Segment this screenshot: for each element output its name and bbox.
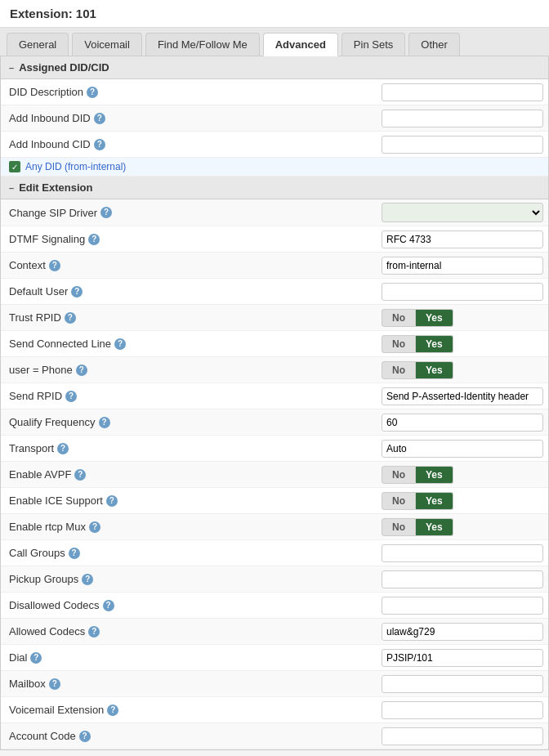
value-send-connected-line: No Yes bbox=[377, 332, 548, 356]
label-user-phone: user = Phone ? bbox=[1, 360, 377, 380]
help-dial-icon[interactable]: ? bbox=[30, 652, 42, 664]
input-mailbox[interactable] bbox=[382, 675, 543, 693]
toggle-user-phone-yes[interactable]: Yes bbox=[416, 361, 453, 379]
label-dtmf-signaling: DTMF Signaling ? bbox=[1, 229, 377, 249]
label-add-inbound-did: Add Inbound DID ? bbox=[1, 108, 377, 128]
help-qualify-frequency-icon[interactable]: ? bbox=[99, 417, 110, 428]
tab-advanced[interactable]: Advanced bbox=[263, 33, 338, 56]
toggle-enable-avpf: No Yes bbox=[382, 466, 543, 484]
section-edit-extension-label: Edit Extension bbox=[19, 181, 92, 194]
help-trust-rpid-icon[interactable]: ? bbox=[65, 312, 76, 324]
row-context: Context ? bbox=[1, 253, 548, 279]
input-dtmf-signaling[interactable] bbox=[382, 230, 543, 248]
value-dial bbox=[377, 646, 548, 670]
section-toggle-edit-extension[interactable]: – bbox=[9, 183, 14, 193]
help-mailbox-icon[interactable]: ? bbox=[49, 678, 60, 690]
value-trust-rpid: No Yes bbox=[377, 306, 548, 330]
input-add-inbound-did[interactable] bbox=[382, 110, 543, 127]
label-disallowed-codecs: Disallowed Codecs ? bbox=[1, 595, 377, 615]
toggle-enable-avpf-yes[interactable]: Yes bbox=[416, 466, 453, 484]
help-default-user-icon[interactable]: ? bbox=[71, 286, 83, 297]
input-qualify-frequency[interactable] bbox=[382, 414, 543, 432]
toggle-enable-rtcp-mux-yes[interactable]: Yes bbox=[416, 518, 453, 536]
section-assigned-did-cid-label: Assigned DID/CID bbox=[19, 61, 109, 74]
tab-pin-sets[interactable]: Pin Sets bbox=[341, 33, 405, 56]
help-did-description-icon[interactable]: ? bbox=[87, 87, 98, 98]
row-dial: Dial ? bbox=[1, 645, 548, 671]
help-add-inbound-did-icon[interactable]: ? bbox=[94, 113, 105, 124]
help-send-rpid-icon[interactable]: ? bbox=[65, 391, 77, 402]
toggle-send-connected-line: No Yes bbox=[382, 335, 543, 353]
section-toggle-did-cid[interactable]: – bbox=[9, 63, 14, 73]
value-enable-rtcp-mux: No Yes bbox=[377, 515, 548, 539]
help-user-phone-icon[interactable]: ? bbox=[76, 365, 87, 376]
input-transport[interactable] bbox=[382, 440, 543, 458]
label-send-connected-line: Send Connected Line ? bbox=[1, 333, 377, 354]
help-enable-avpf-icon[interactable]: ? bbox=[74, 469, 86, 481]
input-default-user[interactable] bbox=[382, 283, 543, 301]
toggle-user-phone-no[interactable]: No bbox=[382, 361, 416, 379]
input-voicemail-extension[interactable] bbox=[382, 701, 543, 719]
input-allowed-codecs[interactable] bbox=[382, 623, 543, 641]
toggle-send-connected-line-no[interactable]: No bbox=[382, 335, 416, 353]
value-default-user bbox=[377, 280, 548, 304]
input-disallowed-codecs[interactable] bbox=[382, 597, 543, 615]
tab-find-me-follow-me[interactable]: Find Me/Follow Me bbox=[145, 33, 260, 56]
label-add-inbound-cid: Add Inbound CID ? bbox=[1, 134, 377, 154]
value-add-inbound-did bbox=[377, 106, 548, 131]
toggle-send-connected-line-yes[interactable]: Yes bbox=[416, 335, 453, 353]
help-disallowed-codecs-icon[interactable]: ? bbox=[103, 600, 114, 611]
help-transport-icon[interactable]: ? bbox=[57, 443, 69, 454]
input-pickup-groups[interactable] bbox=[382, 570, 543, 588]
help-pickup-groups-icon[interactable]: ? bbox=[82, 574, 93, 585]
tab-general[interactable]: General bbox=[7, 33, 69, 56]
input-context[interactable] bbox=[382, 257, 543, 275]
help-send-connected-line-icon[interactable]: ? bbox=[114, 338, 126, 350]
help-enable-rtcp-mux-icon[interactable]: ? bbox=[89, 521, 100, 533]
label-call-groups: Call Groups ? bbox=[1, 543, 377, 563]
value-enable-ice-support: No Yes bbox=[377, 489, 548, 513]
label-voicemail-extension: Voicemail Extension ? bbox=[1, 700, 377, 720]
help-add-inbound-cid-icon[interactable]: ? bbox=[94, 139, 105, 150]
any-did-checkbox-icon[interactable]: ✓ bbox=[9, 161, 20, 172]
help-change-sip-driver-icon[interactable]: ? bbox=[100, 207, 112, 218]
input-call-groups[interactable] bbox=[382, 544, 543, 562]
input-account-code[interactable] bbox=[382, 727, 543, 745]
help-dtmf-signaling-icon[interactable]: ? bbox=[88, 234, 100, 245]
label-mailbox: Mailbox ? bbox=[1, 673, 377, 694]
value-pickup-groups bbox=[377, 567, 548, 592]
toggle-trust-rpid-no[interactable]: No bbox=[382, 309, 416, 327]
tab-voicemail[interactable]: Voicemail bbox=[72, 33, 142, 56]
help-call-groups-icon[interactable]: ? bbox=[69, 548, 80, 559]
input-dial[interactable] bbox=[382, 649, 543, 667]
input-did-description[interactable] bbox=[382, 83, 543, 101]
help-allowed-codecs-icon[interactable]: ? bbox=[88, 626, 100, 637]
input-add-inbound-cid[interactable] bbox=[382, 136, 543, 154]
input-send-rpid[interactable] bbox=[382, 387, 543, 405]
value-mailbox bbox=[377, 672, 548, 696]
label-send-rpid: Send RPID ? bbox=[1, 386, 377, 406]
toggle-enable-rtcp-mux-no[interactable]: No bbox=[382, 518, 416, 536]
toggle-enable-ice-support-no[interactable]: No bbox=[382, 492, 416, 510]
select-change-sip-driver[interactable] bbox=[382, 203, 543, 222]
help-context-icon[interactable]: ? bbox=[49, 260, 60, 271]
section-assigned-did-cid-header: – Assigned DID/CID bbox=[1, 56, 548, 79]
help-account-code-icon[interactable]: ? bbox=[79, 731, 91, 742]
value-dtmf-signaling bbox=[377, 227, 548, 252]
page-title: Extension: 101 bbox=[0, 0, 549, 28]
tab-other[interactable]: Other bbox=[408, 33, 460, 56]
value-change-sip-driver bbox=[377, 199, 548, 226]
row-add-inbound-cid: Add Inbound CID ? bbox=[1, 132, 548, 158]
row-enable-ice-support: Enable ICE Support ? No Yes bbox=[1, 488, 548, 514]
row-qualify-frequency: Qualify Frequency ? bbox=[1, 409, 548, 436]
label-enable-ice-support: Enable ICE Support ? bbox=[1, 490, 377, 511]
help-enable-ice-support-icon[interactable]: ? bbox=[106, 495, 118, 507]
toggle-trust-rpid-yes[interactable]: Yes bbox=[416, 309, 453, 327]
help-voicemail-extension-icon[interactable]: ? bbox=[107, 705, 118, 716]
row-allowed-codecs: Allowed Codecs ? bbox=[1, 619, 548, 645]
label-allowed-codecs: Allowed Codecs ? bbox=[1, 621, 377, 642]
toggle-enable-avpf-no[interactable]: No bbox=[382, 466, 416, 484]
toggle-enable-rtcp-mux: No Yes bbox=[382, 518, 543, 536]
value-voicemail-extension bbox=[377, 698, 548, 722]
toggle-enable-ice-support-yes[interactable]: Yes bbox=[416, 492, 453, 510]
